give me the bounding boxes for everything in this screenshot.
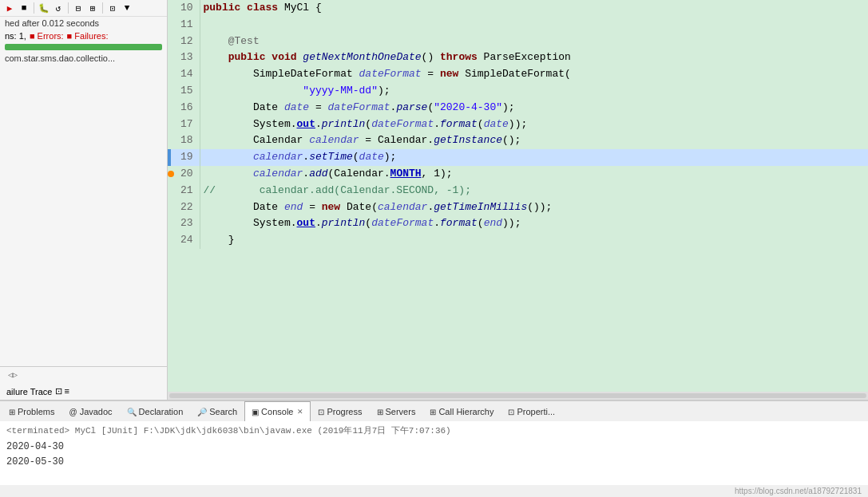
console-header: <terminated> MyCl [JUnit] F:\JDK\jdk\jdk… (6, 424, 862, 436)
line-number: 19 (168, 149, 200, 166)
tab-javadoc[interactable]: @ Javadoc (61, 401, 119, 421)
left-stats: ns: 1, ■ Errors: ■ Failures: (0, 30, 167, 42)
failure-trace-tab[interactable]: ailure Trace ⊡ ≡ (0, 383, 167, 400)
table-row: 16 Date date = dateFormat.parse("2020-4-… (168, 100, 868, 116)
code-line: @Test (200, 34, 868, 50)
bottom-section: ⊞ Problems @ Javadoc 🔍 Declaration 🔎 Sea… (0, 400, 868, 497)
code-table: 10 public class MyCl { 11 12 @Test (168, 0, 868, 249)
table-row: 21 // calendar.add(Calendar.SECOND, -1); (168, 183, 868, 199)
declaration-icon: 🔍 (127, 408, 137, 416)
javadoc-icon: @ (69, 408, 77, 416)
line-number: 10 (168, 0, 200, 17)
code-line: Calendar calendar = Calendar.getInstance… (200, 132, 868, 149)
tab-search[interactable]: 🔎 Search (190, 401, 244, 421)
tab-progress-label: Progress (327, 407, 362, 416)
runs-label: ns: 1, (5, 31, 26, 41)
left-status: hed after 0.012 seconds (0, 17, 167, 30)
tab-callhierarchy[interactable]: ⊞ Call Hierarchy (422, 401, 501, 421)
code-scrollbar[interactable] (168, 392, 868, 400)
console-icon: ▣ (252, 408, 259, 416)
callhierarchy-icon: ⊞ (430, 408, 436, 416)
line-number: 23 (168, 215, 200, 232)
code-line: SimpleDateFormat dateFormat = new Simple… (200, 66, 868, 83)
line-number: 21 (168, 183, 200, 199)
table-row: 17 System.out.println(dateFormat.format(… (168, 116, 868, 133)
stop-icon[interactable]: ■ (18, 2, 30, 14)
left-toolbar: ▶ ■ 🐛 ↺ ⊟ ⊞ ⊡ ▼ (0, 0, 167, 17)
table-row: 14 SimpleDateFormat dateFormat = new Sim… (168, 66, 868, 83)
code-line: System.out.println(dateFormat.format(end… (200, 215, 868, 232)
code-line: Date date = dateFormat.parse("2020-4-30"… (200, 100, 868, 116)
code-line (200, 17, 868, 34)
tree-item[interactable]: com.star.sms.dao.collectio... (0, 52, 167, 65)
left-panel: ▶ ■ 🐛 ↺ ⊟ ⊞ ⊡ ▼ hed after 0.012 seconds … (0, 0, 168, 400)
failures-label: ■ Failures: (67, 31, 109, 41)
filter-icon[interactable]: ⊡ (106, 2, 119, 14)
code-line: "yyyy-MM-dd"); (200, 83, 868, 100)
console-output-line1: 2020-04-30 (6, 440, 862, 455)
table-row: 13 public void getNextMonthOneDate() thr… (168, 49, 868, 66)
tab-console-label: Console (261, 407, 293, 416)
code-line: Date end = new Date(calendar.getTimeInMi… (200, 199, 868, 216)
line-number: 16 (168, 100, 200, 116)
line-number: 13 (168, 49, 200, 66)
table-row: 10 public class MyCl { (168, 0, 868, 17)
tab-properties[interactable]: ⊡ Properti... (501, 401, 562, 421)
tab-properties-label: Properti... (517, 407, 555, 416)
collapse-icon[interactable]: ⊟ (72, 2, 85, 14)
code-line: // calendar.add(Calendar.SECOND, -1); (200, 183, 868, 199)
scrollbar-track[interactable] (169, 393, 866, 398)
code-scroll[interactable]: 10 public class MyCl { 11 12 @Test (168, 0, 868, 392)
properties-icon: ⊡ (508, 408, 514, 416)
table-row: 18 Calendar calendar = Calendar.getInsta… (168, 132, 868, 149)
rerun-icon[interactable]: ↺ (52, 2, 65, 14)
table-row: 19 calendar.setTime(date); (168, 149, 868, 166)
code-line: public class MyCl { (200, 0, 868, 17)
tab-search-label: Search (209, 407, 237, 416)
table-row: 11 (168, 17, 868, 34)
code-line: System.out.println(dateFormat.format(dat… (200, 116, 868, 133)
table-row: 24 } (168, 232, 868, 249)
console-close-icon[interactable]: ✕ (297, 408, 303, 416)
progress-icon: ⊡ (318, 408, 324, 416)
toolbar-separator2 (68, 2, 69, 14)
left-bottom-bar: ◁▷ (0, 367, 167, 383)
servers-icon: ⊞ (377, 408, 383, 416)
search-icon: 🔎 (197, 408, 207, 416)
tab-progress[interactable]: ⊡ Progress (311, 401, 369, 421)
tab-declaration[interactable]: 🔍 Declaration (120, 401, 191, 421)
menu-icon[interactable]: ▼ (121, 2, 133, 14)
tab-problems[interactable]: ⊞ Problems (2, 401, 61, 421)
line-number: 11 (168, 17, 200, 34)
code-line: calendar.setTime(date); (200, 149, 868, 166)
table-row: 23 System.out.println(dateFormat.format(… (168, 215, 868, 232)
debug-icon[interactable]: 🐛 (38, 2, 50, 14)
line-number: 24 (168, 232, 200, 249)
expand-icon[interactable]: ⊞ (86, 2, 99, 14)
run-icon[interactable]: ▶ (3, 2, 16, 14)
toolbar-separator (34, 2, 34, 14)
progress-bar (5, 44, 162, 50)
trace-icon1[interactable]: ⊡ (55, 386, 62, 396)
line-number: 12 (168, 34, 200, 50)
line-number: 18 (168, 132, 200, 149)
table-row: 20 calendar.add(Calendar.MONTH, 1); (168, 166, 868, 183)
tab-servers-label: Servers (386, 407, 416, 416)
scroll-indicator[interactable]: ◁▷ (5, 370, 21, 380)
code-area: 10 public class MyCl { 11 12 @Test (168, 0, 868, 400)
toolbar-separator3 (102, 2, 103, 14)
bottom-tab-bar: ⊞ Problems @ Javadoc 🔍 Declaration 🔎 Sea… (0, 400, 868, 421)
console-area: <terminated> MyCl [JUnit] F:\JDK\jdk\jdk… (0, 421, 868, 485)
code-line: public void getNextMonthOneDate() throws… (200, 49, 868, 66)
code-line: calendar.add(Calendar.MONTH, 1); (200, 166, 868, 183)
table-row: 22 Date end = new Date(calendar.getTimeI… (168, 199, 868, 216)
errors-label: ■ Errors: (30, 31, 64, 41)
line-number: 17 (168, 116, 200, 133)
trace-icon2[interactable]: ≡ (64, 386, 69, 396)
console-footer: https://blog.csdn.net/a18792721831 (0, 485, 868, 497)
tab-servers[interactable]: ⊞ Servers (370, 401, 423, 421)
tab-console[interactable]: ▣ Console ✕ (244, 401, 311, 422)
failure-trace-label: ailure Trace (6, 387, 52, 396)
table-row: 15 "yyyy-MM-dd"); (168, 83, 868, 100)
tab-declaration-label: Declaration (139, 407, 184, 416)
